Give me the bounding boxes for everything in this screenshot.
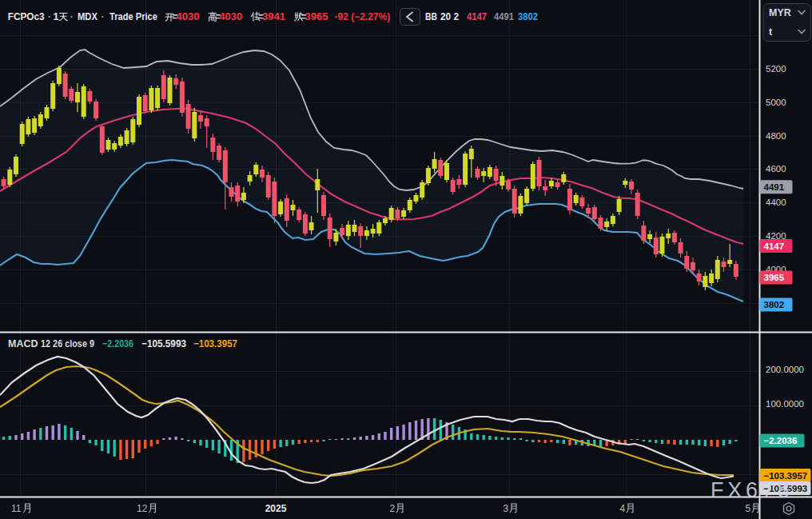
svg-text:2: 2 (390, 503, 396, 514)
svg-text:4147: 4147 (764, 242, 785, 251)
svg-text:·: · (102, 11, 105, 22)
svg-text:5: 5 (746, 503, 751, 514)
svg-text:MACD: MACD (8, 338, 38, 349)
svg-text:4491: 4491 (764, 182, 785, 192)
svg-text:200.0000: 200.0000 (766, 365, 804, 374)
svg-text:3965: 3965 (305, 11, 328, 22)
svg-text:12 26 close 9: 12 26 close 9 (41, 338, 94, 349)
svg-text:1: 1 (54, 11, 59, 22)
svg-text:4491: 4491 (494, 11, 514, 22)
svg-text:20 2: 20 2 (440, 11, 459, 22)
svg-text:3: 3 (504, 503, 509, 514)
svg-text:-92 (−2.27%): -92 (−2.27%) (335, 11, 391, 22)
svg-text:·: · (70, 11, 74, 22)
svg-text:FX678: FX678 (710, 478, 794, 502)
svg-text:−2.2036: −2.2036 (764, 436, 798, 445)
svg-text:−103.3957: −103.3957 (193, 338, 237, 349)
svg-text:3802: 3802 (764, 300, 785, 309)
svg-text:BB: BB (425, 11, 437, 22)
svg-text:·: · (48, 11, 51, 22)
svg-text:4800: 4800 (766, 131, 786, 141)
svg-text:5000: 5000 (766, 98, 786, 107)
svg-text:4147: 4147 (467, 11, 487, 22)
svg-text:−105.5993: −105.5993 (141, 338, 186, 349)
svg-text:4: 4 (620, 503, 626, 514)
svg-text:12: 12 (137, 503, 148, 514)
svg-text:Trade Price: Trade Price (109, 11, 157, 22)
svg-text:3941: 3941 (262, 11, 285, 22)
svg-text:11: 11 (11, 503, 22, 514)
svg-text:4030: 4030 (177, 11, 200, 22)
svg-text:4600: 4600 (766, 164, 786, 174)
svg-text:4030: 4030 (219, 11, 242, 22)
svg-text:5200: 5200 (766, 64, 786, 74)
svg-text:4400: 4400 (766, 198, 786, 207)
svg-text:2025: 2025 (265, 503, 287, 514)
svg-text:FCPOc3: FCPOc3 (8, 11, 45, 22)
svg-text:3965: 3965 (764, 273, 785, 282)
svg-text:−2.2036: −2.2036 (102, 338, 133, 349)
svg-text:MYR: MYR (769, 7, 791, 18)
svg-text:3802: 3802 (518, 11, 538, 22)
svg-text:MDX: MDX (78, 11, 98, 22)
svg-text:100.0000: 100.0000 (766, 399, 804, 409)
